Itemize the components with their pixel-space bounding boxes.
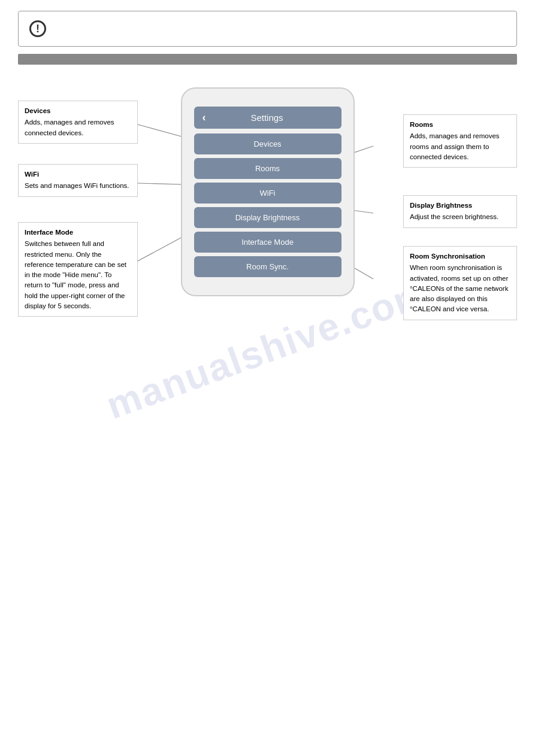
back-arrow-icon[interactable]: ‹ — [202, 111, 206, 124]
annotation-interface-mode: Interface Mode Switches between full and… — [18, 222, 138, 317]
annotation-devices: Devices Adds, manages and removes connec… — [18, 101, 138, 144]
annotation-room-sync-title: Room Synchronisation — [410, 251, 510, 262]
annotation-wifi: WiFi Sets and manages WiFi functions. — [18, 164, 138, 197]
annotation-room-sync-body: When room synchronisation is activated, … — [410, 264, 508, 312]
menu-display-brightness-button[interactable]: Display Brightness — [194, 207, 341, 228]
alert-box: ! — [18, 11, 517, 47]
annotation-wifi-title: WiFi — [25, 169, 131, 180]
annotation-wifi-body: Sets and manages WiFi functions. — [25, 182, 129, 189]
gray-bar — [18, 54, 517, 65]
annotation-devices-body: Adds, manages and removes connected devi… — [25, 119, 114, 136]
annotation-devices-title: Devices — [25, 106, 131, 116]
annotation-rooms-body: Adds, manages and removes rooms and assi… — [410, 132, 500, 160]
settings-header: ‹ Settings — [194, 107, 341, 129]
menu-devices-button[interactable]: Devices — [194, 133, 341, 154]
settings-title: Settings — [212, 113, 333, 123]
menu-room-sync-button[interactable]: Room Sync. — [194, 256, 341, 277]
annotation-rooms-title: Rooms — [410, 120, 510, 130]
annotation-display-brightness: Display Brightness Adjust the screen bri… — [403, 195, 517, 228]
annotation-display-brightness-title: Display Brightness — [410, 201, 510, 211]
menu-interface-mode-button[interactable]: Interface Mode — [194, 232, 341, 253]
annotation-room-sync: Room Synchronisation When room synchroni… — [403, 246, 517, 320]
menu-rooms-button[interactable]: Rooms — [194, 158, 341, 179]
annotation-display-brightness-body: Adjust the screen brightness. — [410, 213, 498, 220]
alert-icon: ! — [29, 20, 46, 37]
annotation-rooms: Rooms Adds, manages and removes rooms an… — [403, 114, 517, 168]
annotation-interface-mode-body: Switches between full and restricted men… — [25, 240, 126, 309]
annotation-interface-mode-title: Interface Mode — [25, 227, 131, 238]
main-content: manualshive.com ‹ Settings De — [18, 75, 517, 423]
device-frame: ‹ Settings Devices Rooms WiFi Display Br… — [181, 87, 355, 296]
menu-wifi-button[interactable]: WiFi — [194, 183, 341, 204]
